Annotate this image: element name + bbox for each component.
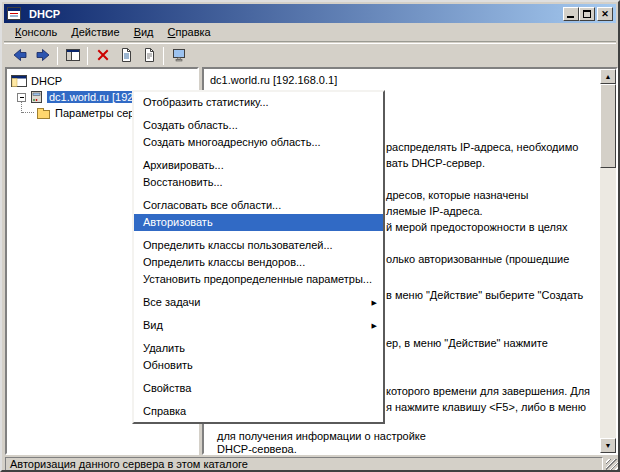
tree-item-label: DHCP	[31, 75, 62, 87]
tree-connector	[22, 112, 34, 113]
menubar-item-action[interactable]: Действие	[64, 24, 126, 40]
menubar-item-help[interactable]: Справка	[161, 24, 218, 40]
vertical-scrollbar[interactable]: ▲ ▼	[600, 69, 616, 453]
menu-item-label: Создать многоадресную область...	[143, 136, 321, 148]
maximize-button[interactable]	[579, 7, 595, 21]
menubar-accel: Д	[71, 26, 78, 38]
results-text-fragment: DHCP-сервера.	[217, 443, 297, 455]
results-text-fragment: в меню "Действие" выберите "Создать	[386, 289, 583, 302]
back-button[interactable]	[8, 45, 31, 67]
results-text-fragment: которого времени для завершения. Для	[386, 385, 590, 398]
menu-item-define-vendor-classes[interactable]: Определить классы вендоров...	[134, 254, 383, 271]
menu-item-label: Определить классы пользователей...	[143, 239, 333, 251]
help-button[interactable]	[167, 45, 190, 67]
menu-item-new-scope[interactable]: Создать область...	[134, 117, 383, 134]
menu-item-label: Определить классы вендоров...	[143, 256, 305, 268]
results-text-fragment: ер, в меню "Действие" нажмите	[386, 337, 548, 350]
titlebar[interactable]: DHCP ✕	[4, 4, 616, 23]
menubar-label: онсоль	[21, 26, 57, 38]
menubar-item-console[interactable]: Консоль	[8, 24, 64, 40]
statusbar: Авторизация данного сервера в этом катал…	[5, 457, 619, 472]
menubar-label: ействие	[79, 26, 120, 38]
menu-separator	[136, 113, 381, 114]
menu-item-display-statistics[interactable]: Отобразить статистику...	[134, 94, 383, 111]
menubar-label: правка	[176, 26, 211, 38]
dhcp-console-window: DHCP ✕ Консоль Действие Вид Справка	[0, 0, 620, 472]
export-list-button[interactable]	[114, 45, 137, 67]
menubar-label: ид	[141, 26, 154, 38]
menubar-accel: В	[134, 26, 141, 38]
delete-button[interactable]	[91, 45, 114, 67]
menu-item-set-predefined-options[interactable]: Установить предопределенные параметры...	[134, 271, 383, 288]
menubar-item-view[interactable]: Вид	[127, 24, 161, 40]
menu-separator	[136, 376, 381, 377]
menu-separator	[136, 193, 381, 194]
close-button[interactable]: ✕	[597, 7, 613, 21]
menu-item-label: Авторизовать	[143, 216, 213, 228]
menu-separator	[136, 290, 381, 291]
menu-item-properties[interactable]: Свойства	[134, 380, 383, 397]
results-text-fragment: распределять IP-адреса, необходимо	[386, 141, 578, 154]
results-text-fragment: олько авторизованные (прошедшие	[386, 253, 569, 266]
menu-item-label: Удалить	[143, 342, 185, 354]
menu-separator	[136, 336, 381, 337]
menu-item-label: Восстановить...	[143, 176, 223, 188]
results-text-fragment: ляемые IP-адреса.	[386, 205, 483, 218]
forward-icon	[35, 47, 51, 65]
menu-item-label: Создать область...	[143, 119, 238, 131]
back-icon	[12, 47, 28, 65]
collapse-toggle-icon[interactable]	[17, 93, 26, 102]
menu-item-delete[interactable]: Удалить	[134, 340, 383, 357]
scrollbar-thumb[interactable]	[600, 84, 616, 168]
menu-item-view[interactable]: Вид▶	[134, 317, 383, 334]
menu-item-restore[interactable]: Восстановить...	[134, 174, 383, 191]
menu-item-authorize[interactable]: Авторизовать	[134, 214, 383, 231]
show-console-tree-button[interactable]	[61, 45, 84, 67]
scroll-down-icon: ▼	[605, 442, 612, 449]
toolbar-separator	[163, 47, 164, 65]
menu-item-backup[interactable]: Архивировать...	[134, 157, 383, 174]
toolbar-separator	[87, 47, 88, 65]
menu-item-label: Справка	[143, 405, 186, 417]
properties-icon	[141, 47, 157, 65]
resize-grip[interactable]	[606, 459, 619, 472]
scroll-up-button[interactable]: ▲	[600, 69, 616, 84]
statusbar-panel: Авторизация данного сервера в этом катал…	[5, 457, 603, 472]
menu-item-label: Архивировать...	[143, 159, 224, 171]
dhcp-root-icon	[11, 74, 27, 88]
menubar-accel: С	[168, 26, 176, 38]
results-text-fragment: я нажмите клавишу <F5>, либо в меню	[386, 401, 586, 414]
results-text-fragment: й мерой предосторожности в целях	[386, 221, 567, 234]
delete-icon	[95, 47, 111, 65]
menu-item-label: Установить предопределенные параметры...	[143, 273, 372, 285]
toolbar	[4, 43, 616, 67]
close-icon: ✕	[601, 9, 609, 19]
menu-separator	[136, 313, 381, 314]
menubar: Консоль Действие Вид Справка	[4, 23, 616, 42]
menu-item-label: Согласовать все области...	[143, 199, 281, 211]
context-menu: Отобразить статистику... Создать область…	[132, 90, 385, 424]
results-pane-header: dc1.world.ru [192.168.0.1]	[210, 74, 337, 86]
folder-icon	[37, 110, 50, 119]
results-text-fragment: для получения информации о настройке	[217, 430, 426, 443]
menu-item-define-user-classes[interactable]: Определить классы пользователей...	[134, 237, 383, 254]
statusbar-text: Авторизация данного сервера в этом катал…	[10, 458, 248, 470]
properties-button[interactable]	[137, 45, 160, 67]
menu-item-refresh[interactable]: Обновить	[134, 357, 383, 374]
forward-button[interactable]	[31, 45, 54, 67]
scroll-down-button[interactable]: ▼	[600, 438, 616, 453]
menu-item-label: Обновить	[143, 359, 193, 371]
console-tree-icon	[65, 47, 81, 65]
menu-item-label: Отобразить статистику...	[143, 96, 269, 108]
server-icon	[30, 90, 43, 104]
tree-item-dhcp-root[interactable]: DHCP	[11, 73, 62, 89]
menu-item-new-multicast-scope[interactable]: Создать многоадресную область...	[134, 134, 383, 151]
results-text-fragment: вать DHCP-сервер.	[386, 157, 485, 170]
results-text-fragment: дресов, которые назначены	[386, 189, 528, 202]
minimize-button[interactable]	[563, 7, 579, 21]
window-title: DHCP	[29, 8, 563, 20]
menu-item-reconcile-all-scopes[interactable]: Согласовать все области...	[134, 197, 383, 214]
menu-item-help[interactable]: Справка	[134, 403, 383, 420]
menu-separator	[136, 233, 381, 234]
menu-item-all-tasks[interactable]: Все задачи▶	[134, 294, 383, 311]
